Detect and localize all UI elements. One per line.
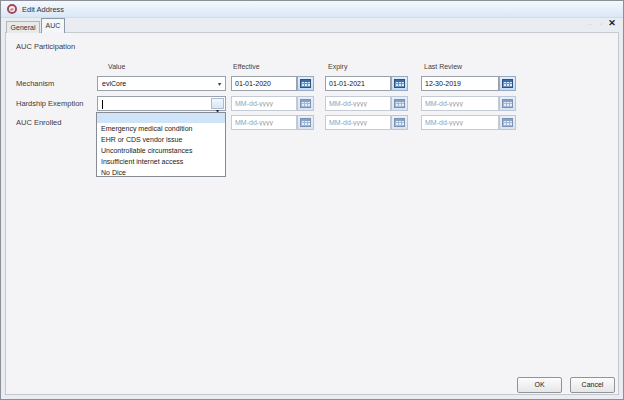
auc-enrolled-effective-calendar-button[interactable] — [297, 115, 314, 130]
hardship-dropdown-button[interactable]: ▾ — [211, 98, 224, 109]
maximize-icon[interactable]: ▫ — [597, 21, 605, 27]
window-title: Edit Address — [22, 5, 64, 14]
calendar-icon — [394, 118, 405, 127]
mechanism-expiry-input[interactable] — [325, 76, 391, 91]
row-label-auc-enrolled: AUC Enrolled — [16, 118, 61, 127]
mechanism-value-combobox[interactable]: eviCore ▾ — [97, 76, 226, 91]
hardship-expiry-calendar-button[interactable] — [391, 96, 408, 111]
row-label-mechanism: Mechanism — [16, 79, 54, 88]
list-item[interactable]: No Dice — [97, 167, 225, 178]
tab-general[interactable]: General — [6, 21, 40, 33]
list-item[interactable]: Uncontrollable circumstances — [97, 145, 225, 156]
calendar-icon — [300, 99, 311, 108]
calendar-icon — [394, 99, 405, 108]
column-header-effective: Effective — [233, 63, 260, 70]
list-item[interactable]: Insufficient internet access — [97, 156, 225, 167]
mechanism-value-text: eviCore — [102, 78, 126, 90]
hardship-last-review-input[interactable] — [421, 96, 499, 111]
hardship-exemption-value-combobox[interactable]: ▾ — [97, 96, 226, 111]
tab-auc[interactable]: AUC — [41, 18, 65, 33]
mechanism-effective-calendar-button[interactable] — [297, 76, 314, 91]
auc-enrolled-last-review-calendar-button[interactable] — [499, 115, 516, 130]
mechanism-effective-input[interactable] — [231, 76, 297, 91]
list-item[interactable]: EHR or CDS vendor issue — [97, 134, 225, 145]
auc-enrolled-effective-input[interactable] — [231, 115, 297, 130]
hardship-effective-input[interactable] — [231, 96, 297, 111]
hardship-expiry-input[interactable] — [325, 96, 391, 111]
close-icon[interactable]: ✕ — [606, 18, 618, 28]
auc-enrolled-last-review-input[interactable] — [421, 115, 499, 130]
section-title: AUC Participation — [16, 42, 75, 51]
list-item[interactable]: Emergency medical condition — [97, 123, 225, 134]
auc-enrolled-expiry-calendar-button[interactable] — [391, 115, 408, 130]
app-logo-icon: e — [7, 4, 17, 14]
edit-address-dialog: e Edit Address – ▫ ✕ General AUC AUC Par… — [0, 0, 624, 400]
mechanism-last-review-calendar-button[interactable] — [499, 76, 516, 91]
titlebar[interactable]: e Edit Address — [1, 1, 623, 18]
calendar-icon — [300, 79, 311, 88]
calendar-icon — [394, 79, 405, 88]
calendar-icon — [502, 118, 513, 127]
list-item-empty-selected[interactable] — [97, 113, 225, 123]
calendar-icon — [502, 79, 513, 88]
column-header-expiry: Expiry — [328, 63, 347, 70]
hardship-effective-calendar-button[interactable] — [297, 96, 314, 111]
column-header-last-review: Last Review — [424, 63, 462, 70]
cancel-button[interactable]: Cancel — [570, 377, 615, 393]
column-header-value: Value — [108, 63, 125, 70]
ok-button[interactable]: OK — [517, 377, 562, 393]
mechanism-expiry-calendar-button[interactable] — [391, 76, 408, 91]
calendar-icon — [300, 118, 311, 127]
mechanism-last-review-input[interactable] — [421, 76, 499, 91]
minimize-icon[interactable]: – — [586, 21, 594, 27]
calendar-icon — [502, 99, 513, 108]
hardship-last-review-calendar-button[interactable] — [499, 96, 516, 111]
hardship-exemption-dropdown-list: Emergency medical condition EHR or CDS v… — [96, 112, 226, 177]
chevron-down-icon: ▾ — [218, 81, 221, 87]
text-caret — [102, 100, 103, 109]
auc-enrolled-expiry-input[interactable] — [325, 115, 391, 130]
row-label-hardship-exemption: Hardship Exemption — [16, 99, 84, 108]
